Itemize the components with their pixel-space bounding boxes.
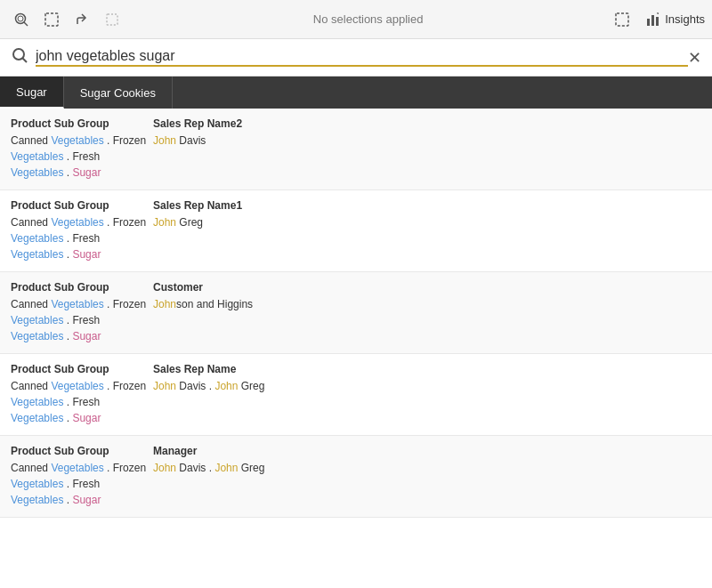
normal-text: Fresh <box>69 150 100 163</box>
left-field-label: Product Sub Group <box>11 445 153 457</box>
left-field-label: Product Sub Group <box>11 117 153 130</box>
results-container: Product Sub GroupCanned Vegetables . Fro… <box>0 109 712 579</box>
yellow-highlight: John <box>153 216 176 229</box>
normal-text: Frozen <box>109 462 146 474</box>
blue-highlight: Vegetables <box>11 314 63 326</box>
result-right-0: Sales Rep Name2John Davis <box>153 117 701 181</box>
normal-text: Davis <box>176 134 206 147</box>
blue-highlight: Vegetables <box>11 330 63 342</box>
yellow-highlight: John <box>153 134 176 147</box>
yellow-highlight: John <box>153 462 176 474</box>
normal-text: Frozen <box>109 298 146 310</box>
result-left-0: Product Sub GroupCanned Vegetables . Fro… <box>11 117 153 181</box>
select-icon[interactable] <box>37 5 66 34</box>
blue-highlight: Vegetables <box>51 380 103 392</box>
left-field-label: Product Sub Group <box>11 281 153 294</box>
svg-rect-6 <box>647 19 650 26</box>
result-right-4: ManagerJohn Davis . John Greg <box>153 445 701 508</box>
left-field-value: Canned Vegetables . Frozen Vegetables . … <box>11 460 153 508</box>
normal-text: Greg <box>176 216 203 229</box>
tab-sugar[interactable]: Sugar <box>0 77 64 109</box>
table-row: Product Sub GroupCanned Vegetables . Fro… <box>0 190 712 272</box>
svg-point-0 <box>16 13 26 23</box>
table-row: Product Sub GroupCanned Vegetables . Fro… <box>0 436 712 518</box>
right-field-label: Sales Rep Name2 <box>153 117 701 130</box>
right-field-value: John Greg <box>153 214 701 230</box>
pink-highlight: Sugar <box>69 330 101 342</box>
blue-highlight: Vegetables <box>11 494 63 506</box>
left-field-label: Product Sub Group <box>11 363 153 375</box>
result-right-2: CustomerJohnson and Higgins <box>153 281 701 344</box>
tabs-bar: Sugar Sugar Cookies <box>0 77 712 109</box>
pink-highlight: Sugar <box>69 166 101 179</box>
share-icon[interactable] <box>68 5 96 34</box>
right-field-value: Johnson and Higgins <box>153 296 701 312</box>
right-field-value: John Davis . John Greg <box>153 460 701 476</box>
blue-highlight: Vegetables <box>11 248 63 261</box>
table-row: Product Sub GroupCanned Vegetables . Fro… <box>0 272 712 354</box>
pink-highlight: Sugar <box>69 248 101 261</box>
yellow-highlight: John <box>153 380 176 392</box>
search-icon <box>11 46 28 68</box>
table-row: Product Sub GroupCanned Vegetables . Fro… <box>0 354 712 436</box>
insights-button[interactable]: Insights <box>645 12 705 28</box>
pink-highlight: Sugar <box>69 412 101 424</box>
normal-text: son and Higgins <box>176 298 253 310</box>
svg-point-9 <box>13 49 24 60</box>
result-right-1: Sales Rep Name1John Greg <box>153 199 701 262</box>
normal-text: Fresh <box>69 478 100 490</box>
settings-icon[interactable] <box>98 5 126 34</box>
left-field-value: Canned Vegetables . Frozen Vegetables . … <box>11 378 153 426</box>
insights-label: Insights <box>665 12 705 26</box>
normal-text: Canned <box>11 462 51 474</box>
blue-highlight: Vegetables <box>51 298 103 310</box>
normal-text: Canned <box>11 216 51 229</box>
normal-text: Canned <box>11 134 51 147</box>
blue-highlight: Vegetables <box>11 232 63 245</box>
blue-highlight: Vegetables <box>51 216 103 229</box>
blue-highlight: Vegetables <box>51 462 103 474</box>
selection-status: No selections applied <box>128 12 608 26</box>
right-field-value: John Davis . John Greg <box>153 378 701 394</box>
tab-sugar-cookies[interactable]: Sugar Cookies <box>64 77 173 109</box>
normal-text: Frozen <box>109 216 146 229</box>
blue-highlight: Vegetables <box>11 150 63 163</box>
search-input[interactable] <box>36 48 688 67</box>
normal-text: Davis . <box>176 462 214 474</box>
left-field-value: Canned Vegetables . Frozen Vegetables . … <box>11 296 153 344</box>
selection-icon-right[interactable] <box>608 5 636 34</box>
blue-highlight: Vegetables <box>11 478 63 490</box>
normal-text: Canned <box>11 380 51 392</box>
right-field-label: Customer <box>153 281 701 294</box>
svg-rect-3 <box>45 13 58 26</box>
blue-highlight: Vegetables <box>51 134 103 147</box>
result-left-4: Product Sub GroupCanned Vegetables . Fro… <box>11 445 153 508</box>
result-right-3: Sales Rep NameJohn Davis . John Greg <box>153 363 701 426</box>
normal-text: Davis . <box>176 380 214 392</box>
yellow-highlight: John <box>153 298 176 310</box>
clear-search-button[interactable]: ✕ <box>688 48 701 68</box>
right-field-label: Sales Rep Name <box>153 363 701 375</box>
normal-text: Greg <box>238 380 264 392</box>
show-more-container: Show me more <box>0 579 712 588</box>
search-bar: ✕ <box>0 39 712 77</box>
result-left-3: Product Sub GroupCanned Vegetables . Fro… <box>11 363 153 426</box>
blue-highlight: Vegetables <box>11 396 63 408</box>
yellow-highlight: John <box>214 462 238 474</box>
normal-text: Greg <box>238 462 264 474</box>
svg-line-1 <box>24 22 28 26</box>
normal-text: Fresh <box>69 232 100 245</box>
search-toolbar-icon[interactable] <box>7 5 36 34</box>
svg-rect-8 <box>656 17 659 26</box>
svg-rect-5 <box>616 13 628 26</box>
normal-text: Frozen <box>109 134 146 147</box>
right-field-label: Manager <box>153 445 701 457</box>
right-field-value: John Davis <box>153 133 701 149</box>
yellow-highlight: John <box>214 380 238 392</box>
normal-text: Frozen <box>109 380 146 392</box>
left-field-value: Canned Vegetables . Frozen Vegetables . … <box>11 214 153 262</box>
pink-highlight: Sugar <box>69 494 101 506</box>
left-field-label: Product Sub Group <box>11 199 153 212</box>
right-field-label: Sales Rep Name1 <box>153 199 701 212</box>
result-left-2: Product Sub GroupCanned Vegetables . Fro… <box>11 281 153 344</box>
